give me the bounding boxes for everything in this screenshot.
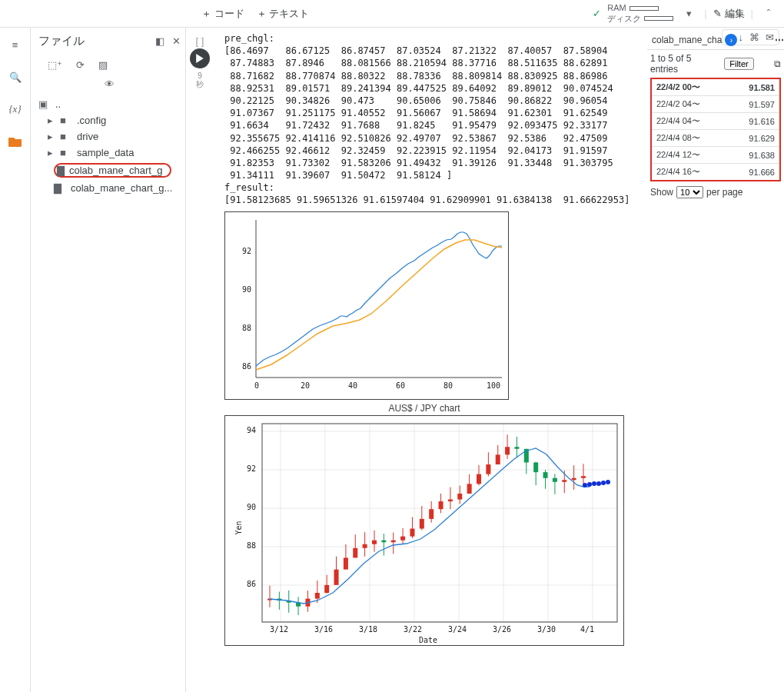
entries-text: 1 to 5 of 5 entries bbox=[650, 53, 704, 75]
svg-rect-90 bbox=[262, 424, 617, 622]
svg-rect-59 bbox=[467, 484, 472, 494]
check-icon: ✓ bbox=[593, 8, 601, 19]
ytick: 88 bbox=[247, 541, 256, 550]
pre-chg-label: pre_chgl: bbox=[224, 32, 638, 45]
file-icon: ▇ bbox=[54, 182, 66, 194]
inspector-tab-label[interactable]: colab_mane_cha bbox=[652, 35, 722, 45]
xtick: 3/12 bbox=[270, 625, 288, 634]
ram-bar bbox=[630, 6, 659, 11]
svg-rect-61 bbox=[477, 474, 481, 484]
svg-rect-43 bbox=[391, 540, 396, 542]
svg-rect-53 bbox=[439, 501, 443, 509]
xtick: 100 bbox=[487, 381, 500, 390]
svg-rect-49 bbox=[420, 518, 424, 528]
chevron-right-icon[interactable]: › bbox=[725, 34, 737, 46]
refresh-icon[interactable]: ⟳ bbox=[76, 59, 85, 71]
svg-rect-45 bbox=[400, 536, 405, 540]
file-panel: ファイル ◧ ✕ ⬚⁺ ⟳ ▨ 👁 ▣ .. ▸ ■ .config ▸ bbox=[31, 28, 186, 692]
svg-rect-31 bbox=[334, 569, 339, 584]
notebook-area[interactable]: [ ] 9秒 ↑ ↓ ⌘ ✉ pre_chgl: [86.4697 86.671… bbox=[186, 28, 784, 692]
tree-folder-config[interactable]: ▸ ■ .config bbox=[37, 112, 182, 128]
xtick: 20 bbox=[301, 381, 310, 390]
xtick: 3/16 bbox=[314, 625, 333, 634]
menu-icon[interactable]: ≡ bbox=[6, 35, 25, 54]
more-icon[interactable]: ⋯ bbox=[775, 35, 784, 45]
svg-rect-67 bbox=[505, 447, 510, 454]
file-tree: ▣ .. ▸ ■ .config ▸ ■ drive ▸ ■ sample_da… bbox=[37, 96, 182, 196]
tree-file-2[interactable]: ▇ colab_mane_chart_g... bbox=[37, 180, 182, 196]
run-cell-button[interactable] bbox=[190, 48, 210, 68]
disk-bar bbox=[644, 16, 673, 21]
svg-rect-63 bbox=[486, 464, 490, 474]
xtick: 80 bbox=[443, 381, 453, 390]
svg-rect-35 bbox=[353, 547, 357, 557]
resource-indicator[interactable]: RAM ディスク bbox=[607, 3, 673, 23]
svg-rect-29 bbox=[324, 584, 329, 592]
tree-folder-drive[interactable]: ▸ ■ drive bbox=[37, 128, 182, 145]
svg-rect-83 bbox=[581, 476, 586, 478]
new-window-icon[interactable]: ◧ bbox=[155, 35, 164, 47]
filter-button[interactable]: Filter bbox=[724, 58, 753, 70]
disk-label: ディスク bbox=[607, 14, 641, 24]
svg-rect-33 bbox=[344, 557, 348, 569]
files-icon[interactable] bbox=[6, 132, 25, 151]
table-row[interactable]: 22/4/2 04〜91.597 bbox=[651, 96, 780, 113]
ytick: 90 bbox=[242, 285, 251, 294]
ytick: 92 bbox=[242, 247, 251, 255]
search-icon[interactable]: 🔍 bbox=[6, 68, 25, 86]
cell-bracket-icon[interactable]: [ ] bbox=[196, 35, 204, 47]
add-text-button[interactable]: ＋ テキスト bbox=[257, 7, 310, 21]
eye-icon[interactable]: 👁 bbox=[105, 78, 115, 90]
ytick: 90 bbox=[247, 503, 256, 511]
chevron-down-icon[interactable]: ▾ bbox=[679, 5, 698, 23]
ram-label: RAM bbox=[607, 3, 626, 13]
svg-point-85 bbox=[587, 482, 592, 487]
xtick: 4/1 bbox=[580, 625, 594, 634]
svg-rect-69 bbox=[514, 447, 519, 449]
table-row[interactable]: 22/4/4 04〜91.616 bbox=[651, 113, 780, 130]
table-row[interactable]: 22/4/4 16〜91.666 bbox=[651, 164, 780, 181]
svg-rect-75 bbox=[543, 472, 548, 478]
svg-rect-41 bbox=[381, 540, 386, 542]
chevron-right-icon: ▸ bbox=[48, 115, 55, 126]
svg-rect-57 bbox=[457, 494, 462, 500]
close-icon[interactable]: ✕ bbox=[172, 35, 181, 47]
tree-parent[interactable]: ▣ .. bbox=[37, 96, 182, 112]
svg-rect-73 bbox=[533, 462, 538, 472]
file-icon: ▇ bbox=[57, 165, 69, 176]
table-row[interactable]: 22/4/2 00〜91.581 bbox=[651, 78, 780, 96]
chevron-up-icon[interactable]: ˆ bbox=[759, 5, 778, 23]
left-rail: ≡ 🔍 {x} bbox=[0, 28, 31, 692]
variables-icon[interactable]: {x} bbox=[6, 100, 25, 118]
upload-icon[interactable]: ⬚⁺ bbox=[48, 59, 62, 71]
add-code-button[interactable]: ＋ コード bbox=[201, 7, 244, 21]
svg-rect-81 bbox=[572, 477, 576, 480]
chart2-title: AUS$ / JPY chart bbox=[224, 403, 624, 414]
svg-rect-27 bbox=[315, 593, 320, 599]
xlabel: Date bbox=[419, 636, 437, 644]
svg-rect-55 bbox=[448, 499, 453, 501]
table-row[interactable]: 22/4/4 08〜91.629 bbox=[651, 130, 780, 147]
tree-folder-sample-data[interactable]: ▸ ■ sample_data bbox=[37, 145, 182, 161]
svg-rect-37 bbox=[363, 544, 367, 547]
ytick: 86 bbox=[242, 362, 251, 371]
xtick: 3/18 bbox=[359, 625, 377, 634]
ytick: 92 bbox=[247, 464, 256, 473]
xtick: 3/22 bbox=[404, 625, 422, 634]
table-row[interactable]: 22/4/4 12〜91.638 bbox=[651, 147, 780, 164]
ylabel: Yen bbox=[234, 521, 243, 534]
page-size-select[interactable]: 10 bbox=[676, 186, 703, 198]
xtick: 3/30 bbox=[537, 625, 556, 634]
data-table: 22/4/2 00〜91.581 22/4/2 04〜91.597 22/4/4… bbox=[650, 78, 781, 181]
pre-chg-values: [86.4697 86.67125 86.87457 87.03524 87.2… bbox=[224, 45, 638, 181]
chevron-right-icon: ▸ bbox=[48, 131, 55, 142]
tree-file-selected[interactable]: ▇ colab_mane_chart_g bbox=[37, 161, 182, 180]
inspector-panel: colab_mane_cha › ⋯ 1 to 5 of 5 entries F… bbox=[647, 32, 784, 201]
copy-icon[interactable]: ⧉ bbox=[774, 58, 781, 69]
ytick: 88 bbox=[242, 324, 251, 332]
mount-drive-icon[interactable]: ▨ bbox=[98, 59, 108, 71]
svg-rect-39 bbox=[372, 540, 377, 544]
chart-1: 86 88 90 92 0 20 40 60 80 100 bbox=[224, 211, 509, 400]
exec-time: 9秒 bbox=[196, 72, 204, 88]
edit-button[interactable]: ✎ 編集 bbox=[713, 7, 745, 21]
